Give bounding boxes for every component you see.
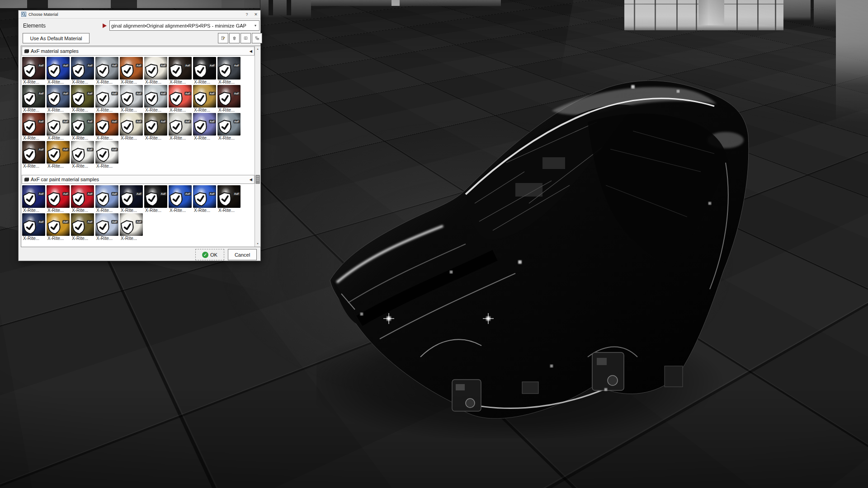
- material-thumbnail[interactable]: AxF X-Rite...: [22, 185, 45, 213]
- material-preview: AxF: [217, 85, 241, 108]
- collapse-icon[interactable]: ◀: [250, 49, 252, 53]
- cancel-button[interactable]: Cancel: [228, 249, 257, 260]
- material-thumbnail[interactable]: AxF X-Rite...: [95, 141, 118, 169]
- ok-button[interactable]: ✓ OK: [195, 249, 224, 260]
- material-thumbnail[interactable]: AxF X-Rite...: [120, 185, 143, 213]
- checkmark-shield-icon: [22, 145, 38, 164]
- actions-row: Use As Default Material: [19, 33, 260, 44]
- material-thumbnail[interactable]: AxF X-Rite...: [47, 141, 70, 169]
- elements-combobox[interactable]: ginal alignment•Original alignment•RPS•R…: [109, 20, 259, 31]
- dialog-titlebar[interactable]: Choose Material ? ✕: [19, 10, 260, 19]
- scrollbar-thumb[interactable]: [255, 175, 260, 184]
- elements-row: Elements ginal alignment•Original alignm…: [19, 20, 260, 31]
- material-thumbnail[interactable]: AxF X-Rite...: [169, 85, 192, 113]
- material-preview: AxF: [22, 85, 45, 108]
- material-thumbnail[interactable]: AxF X-Rite...: [22, 85, 45, 113]
- material-thumbnail[interactable]: AxF X-Rite...: [193, 113, 216, 141]
- material-thumbnail[interactable]: AxF X-Rite...: [22, 57, 45, 85]
- material-thumbnail[interactable]: AxF X-Rite...: [169, 185, 192, 213]
- material-thumbnail[interactable]: AxF X-Rite...: [144, 85, 167, 113]
- thumbnail-caption: X-Rite...: [193, 108, 216, 113]
- thumbnail-caption: X-Rite...: [144, 208, 167, 213]
- thumbnail-caption: X-Rite...: [95, 164, 118, 169]
- axf-badge: AxF: [62, 92, 69, 95]
- material-thumbnail[interactable]: AxF X-Rite...: [95, 113, 118, 141]
- help-button[interactable]: ?: [242, 12, 251, 17]
- axf-badge: AxF: [209, 120, 216, 123]
- axf-badge: AxF: [136, 120, 142, 123]
- material-thumbnail[interactable]: AxF X-Rite...: [47, 57, 70, 85]
- checkmark-shield-icon: [120, 89, 136, 108]
- close-button[interactable]: ✕: [251, 12, 260, 17]
- material-thumbnail[interactable]: AxF X-Rite...: [217, 185, 241, 213]
- material-preview: AxF: [71, 185, 94, 208]
- section-header-axf[interactable]: AxF material samples ◀: [22, 47, 255, 56]
- scroll-down-icon[interactable]: ▾: [255, 241, 260, 247]
- library-compare-button[interactable]: [241, 33, 251, 43]
- material-thumbnail[interactable]: AxF X-Rite...: [144, 185, 167, 213]
- chevron-down-icon[interactable]: ▾: [252, 23, 259, 28]
- use-as-default-material-button[interactable]: Use As Default Material: [23, 33, 90, 43]
- material-thumbnail[interactable]: AxF X-Rite...: [120, 85, 143, 113]
- checkmark-shield-icon: [120, 61, 136, 80]
- material-thumbnail[interactable]: AxF X-Rite...: [169, 57, 192, 85]
- material-thumbnail[interactable]: AxF X-Rite...: [71, 113, 94, 141]
- section-header-carpaint[interactable]: AxF car paint material samples ◀: [22, 175, 255, 184]
- delete-material-button[interactable]: [229, 33, 240, 43]
- thumbnail-caption: X-Rite...: [22, 136, 45, 141]
- material-thumbnail[interactable]: AxF X-Rite...: [193, 85, 216, 113]
- axf-badge: AxF: [111, 192, 118, 196]
- ok-label: OK: [210, 252, 217, 258]
- checkmark-shield-icon: [144, 117, 160, 136]
- material-listview: AxF material samples ◀ AxF X-Rite... AxF…: [21, 46, 261, 247]
- checkmark-shield-icon: [169, 190, 185, 208]
- material-preview: AxF: [95, 185, 118, 208]
- material-thumbnail[interactable]: AxF X-Rite...: [95, 85, 118, 113]
- material-thumbnail[interactable]: AxF X-Rite...: [144, 57, 167, 85]
- collapse-icon[interactable]: ◀: [250, 178, 252, 182]
- material-thumbnail[interactable]: AxF X-Rite...: [22, 141, 45, 169]
- material-thumbnail[interactable]: AxF X-Rite...: [22, 213, 45, 241]
- checkmark-shield-icon: [217, 117, 234, 136]
- material-preview: AxF: [120, 57, 143, 80]
- material-thumbnail[interactable]: AxF X-Rite...: [47, 85, 70, 113]
- material-thumbnail[interactable]: AxF X-Rite...: [22, 113, 45, 141]
- material-thumbnail[interactable]: AxF X-Rite...: [217, 113, 241, 141]
- axf-badge: AxF: [209, 192, 216, 196]
- scroll-up-icon[interactable]: ▴: [255, 46, 260, 52]
- material-thumbnail[interactable]: AxF X-Rite...: [144, 113, 167, 141]
- thumbnail-caption: X-Rite...: [22, 208, 45, 213]
- material-thumbnail[interactable]: AxF X-Rite...: [95, 57, 118, 85]
- thumbnail-caption: X-Rite...: [193, 136, 216, 141]
- axf-badge: AxF: [38, 148, 45, 151]
- thumbnail-caption: X-Rite...: [169, 108, 192, 113]
- material-thumbnail[interactable]: AxF X-Rite...: [193, 185, 216, 213]
- axf-badge: AxF: [160, 92, 167, 95]
- vertical-scrollbar[interactable]: ▴ ▾: [255, 46, 260, 247]
- axf-badge: AxF: [111, 220, 118, 224]
- material-thumbnail[interactable]: AxF X-Rite...: [193, 57, 216, 85]
- material-preview: AxF: [47, 185, 70, 208]
- material-thumbnail[interactable]: AxF X-Rite...: [120, 113, 143, 141]
- material-thumbnail[interactable]: AxF X-Rite...: [47, 213, 70, 241]
- material-preview: AxF: [47, 113, 70, 136]
- material-thumbnail[interactable]: AxF X-Rite...: [120, 57, 143, 85]
- material-thumbnail[interactable]: AxF X-Rite...: [95, 185, 118, 213]
- material-thumbnail[interactable]: AxF X-Rite...: [47, 185, 70, 213]
- edit-material-button[interactable]: [218, 33, 228, 43]
- thumbnail-caption: X-Rite...: [120, 80, 143, 85]
- material-thumbnail[interactable]: AxF X-Rite...: [71, 85, 94, 113]
- checkmark-shield-icon: [169, 61, 185, 80]
- axf-badge: AxF: [184, 120, 191, 123]
- material-thumbnail[interactable]: AxF X-Rite...: [71, 213, 94, 241]
- material-thumbnail[interactable]: AxF X-Rite...: [95, 213, 118, 241]
- add-to-library-button[interactable]: [252, 33, 262, 43]
- material-thumbnail[interactable]: AxF X-Rite...: [169, 113, 192, 141]
- material-thumbnail[interactable]: AxF X-Rite...: [120, 213, 143, 241]
- material-thumbnail[interactable]: AxF X-Rite...: [71, 57, 94, 85]
- material-thumbnail[interactable]: AxF X-Rite...: [71, 141, 94, 169]
- material-thumbnail[interactable]: AxF X-Rite...: [71, 185, 94, 213]
- material-thumbnail[interactable]: AxF X-Rite...: [47, 113, 70, 141]
- material-thumbnail[interactable]: AxF X-Rite...: [217, 85, 241, 113]
- material-thumbnail[interactable]: AxF X-Rite...: [217, 57, 241, 85]
